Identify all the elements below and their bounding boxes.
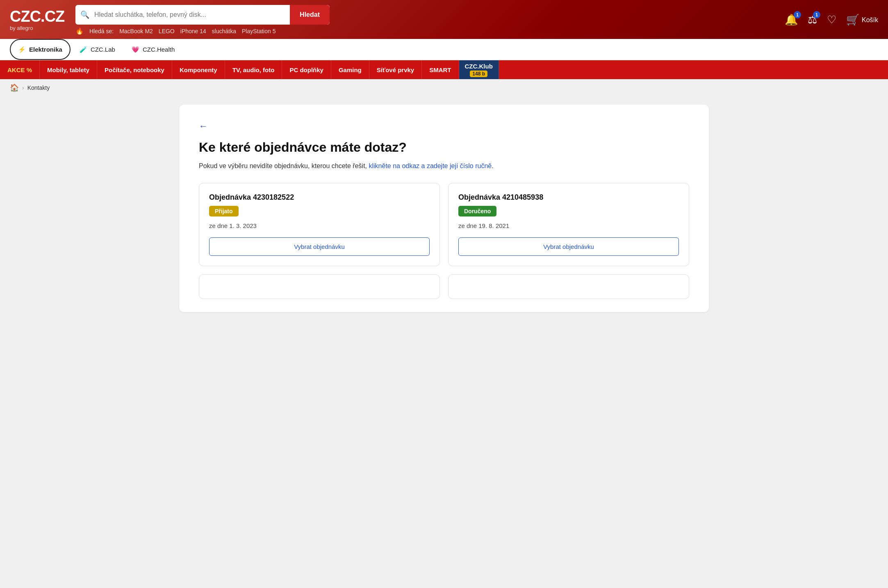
search-icon: 🔍 <box>75 10 94 19</box>
trending-lego[interactable]: LEGO <box>159 28 175 34</box>
search-bar: 🔍 Hledat <box>75 5 330 25</box>
select-order-button-2[interactable]: Vybrat objednávku <box>458 237 679 256</box>
wishlist-button[interactable]: ♡ <box>827 14 836 26</box>
cart-button[interactable]: 🛒 Košík <box>846 14 878 26</box>
page-title: Ke které objednávce máte dotaz? <box>199 140 689 155</box>
cat-pc-doplnky[interactable]: PC doplňky <box>282 60 331 79</box>
back-button[interactable]: ← <box>199 121 208 132</box>
scale-badge: 1 <box>813 11 820 18</box>
order-card-1: Objednávka 4230182522 Přijato ze dne 1. … <box>199 183 440 266</box>
desc-link[interactable]: klikněte na odkaz a zadejte její číslo r… <box>369 162 492 169</box>
orders-grid: Objednávka 4230182522 Přijato ze dne 1. … <box>199 183 689 266</box>
klub-badge: 148 b <box>470 71 487 77</box>
search-input[interactable] <box>94 11 290 18</box>
cat-komponenty[interactable]: Komponenty <box>172 60 225 79</box>
breadcrumb: 🏠 › Kontakty <box>0 79 888 96</box>
nav-czchealth[interactable]: 💗 CZC.Health <box>124 39 182 60</box>
logo-allegro: by allegro <box>10 25 33 31</box>
order-date-2: ze dne 19. 8. 2021 <box>458 222 679 229</box>
desc-after: . <box>492 162 493 169</box>
order-number-2: Objednávka 4210485938 <box>458 193 679 202</box>
cat-akce[interactable]: AKCE % <box>0 60 40 79</box>
notifications-button[interactable]: 🔔 1 <box>785 14 798 26</box>
trending-searches: 🔥 Hledá se: MacBook M2 LEGO iPhone 14 sl… <box>75 27 776 35</box>
main-card: ← Ke které objednávce máte dotaz? Pokud … <box>179 105 709 312</box>
breadcrumb-current: Kontakty <box>27 84 50 91</box>
lab-icon: 🧪 <box>80 46 87 53</box>
status-badge-2: Doručeno <box>458 206 496 217</box>
cat-smart[interactable]: SMART <box>422 60 459 79</box>
search-button[interactable]: Hledat <box>290 5 330 25</box>
cat-mobily[interactable]: Mobily, tablety <box>40 60 97 79</box>
nav-elektronika-label: Elektronika <box>29 46 62 53</box>
trending-iphone[interactable]: iPhone 14 <box>180 28 206 34</box>
breadcrumb-separator: › <box>22 84 24 91</box>
category-nav: AKCE % Mobily, tablety Počítače, noteboo… <box>0 60 888 79</box>
heart-icon: ♡ <box>827 14 836 26</box>
cart-label: Košík <box>862 16 878 24</box>
trending-macbook[interactable]: MacBook M2 <box>119 28 153 34</box>
lightning-icon: ⚡ <box>18 46 26 53</box>
comparison-button[interactable]: ⚖ 1 <box>808 14 817 26</box>
main-content: ← Ke které objednávce máte dotaz? Pokud … <box>169 105 719 312</box>
status-badge-1: Přijato <box>209 206 239 217</box>
bell-badge: 1 <box>794 11 801 18</box>
cat-gaming[interactable]: Gaming <box>331 60 369 79</box>
order-card-partial-2 <box>448 274 689 299</box>
cart-icon: 🛒 <box>846 14 859 26</box>
cat-klub[interactable]: CZC.Klub 148 b <box>459 60 499 79</box>
order-card-partial-1 <box>199 274 440 299</box>
site-header: CZC.CZ by allegro 🔍 Hledat 🔥 Hledá se: M… <box>0 0 888 79</box>
header-icons: 🔔 1 ⚖ 1 ♡ 🛒 Košík <box>785 14 878 26</box>
nav-white: ⚡ Elektronika 🧪 CZC.Lab 💗 CZC.Health <box>0 39 888 60</box>
cat-tv-audio[interactable]: TV, audio, foto <box>225 60 282 79</box>
logo-czc: CZC.CZ <box>10 9 64 24</box>
trending-sluchatka[interactable]: sluchátka <box>212 28 236 34</box>
page-description: Pokud ve výběru nevidíte objednávku, kte… <box>199 162 689 170</box>
logo-area[interactable]: CZC.CZ by allegro <box>10 9 67 31</box>
nav-czchealth-label: CZC.Health <box>143 46 175 53</box>
nav-czclab[interactable]: 🧪 CZC.Lab <box>72 39 123 60</box>
order-number-1: Objednávka 4230182522 <box>209 193 430 202</box>
cat-sitove[interactable]: Síťové prvky <box>369 60 422 79</box>
home-icon[interactable]: 🏠 <box>10 83 19 92</box>
search-area: 🔍 Hledat 🔥 Hledá se: MacBook M2 LEGO iPh… <box>75 5 776 35</box>
nav-czclab-label: CZC.Lab <box>91 46 115 53</box>
fire-icon: 🔥 <box>75 27 84 35</box>
health-icon: 💗 <box>132 46 139 53</box>
nav-elektronika[interactable]: ⚡ Elektronika <box>10 39 71 60</box>
trending-playstation[interactable]: PlayStation 5 <box>242 28 276 34</box>
order-date-1: ze dne 1. 3. 2023 <box>209 222 430 229</box>
cat-pocitace[interactable]: Počítače, notebooky <box>97 60 172 79</box>
klub-label: CZC.Klub <box>465 63 493 70</box>
trending-label: Hledá se: <box>89 28 114 34</box>
orders-grid-row2 <box>199 274 689 299</box>
select-order-button-1[interactable]: Vybrat objednávku <box>209 237 430 256</box>
desc-before: Pokud ve výběru nevidíte objednávku, kte… <box>199 162 367 169</box>
order-card-2: Objednávka 4210485938 Doručeno ze dne 19… <box>448 183 689 266</box>
